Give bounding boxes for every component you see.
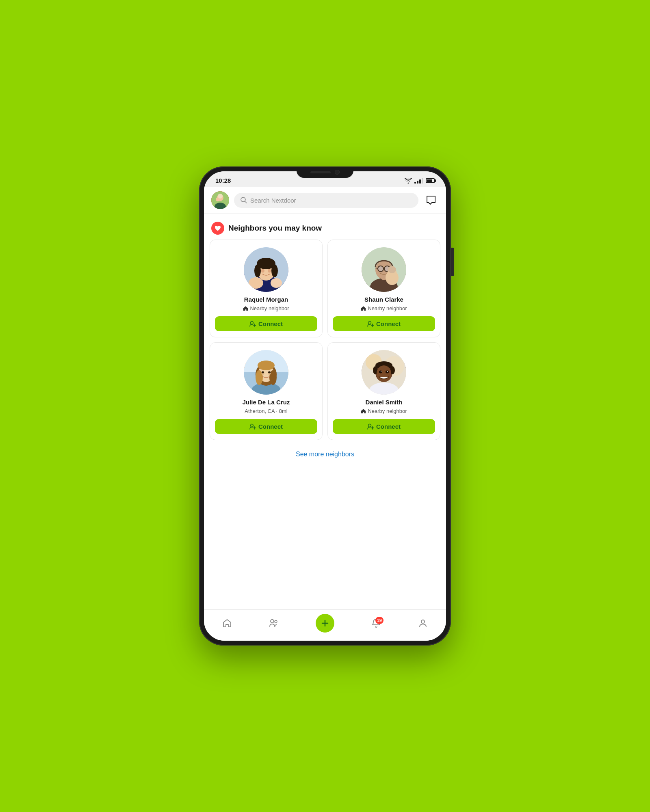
neighbor-name-julie: Julie De La Cruz	[243, 399, 290, 406]
svg-point-49	[268, 371, 271, 374]
search-placeholder: Search Nextdoor	[250, 197, 296, 204]
svg-point-64	[386, 371, 389, 374]
connect-btn-raquel-label: Connect	[258, 320, 283, 327]
app-content: Search Nextdoor Neighbors you may know	[204, 187, 446, 609]
neighbor-location-shaun: Nearby neighbor	[361, 305, 407, 311]
nav-plus-btn[interactable]	[316, 614, 334, 633]
signal-icon	[414, 178, 423, 184]
status-icons	[405, 178, 435, 184]
svg-point-18	[251, 321, 254, 324]
connect-icon	[249, 321, 256, 327]
svg-point-63	[379, 371, 382, 374]
connect-icon-julie	[249, 423, 256, 430]
top-bar: Search Nextdoor	[204, 187, 446, 214]
svg-point-33	[368, 321, 371, 324]
phone-frame: 10:28	[199, 166, 451, 646]
neighbor-name-daniel: Daniel Smith	[366, 399, 403, 406]
connect-icon-daniel	[367, 423, 374, 430]
connect-btn-shaun[interactable]: Connect	[333, 316, 435, 331]
neighbor-location-daniel: Nearby neighbor	[361, 408, 407, 414]
nav-item-post[interactable]	[316, 614, 334, 633]
svg-point-14	[261, 269, 264, 273]
svg-point-32	[388, 266, 396, 273]
connect-btn-daniel[interactable]: Connect	[333, 419, 435, 434]
neighbor-card-raquel: Raquel Morgan Nearby neighbor	[210, 240, 323, 337]
svg-point-45	[258, 361, 275, 370]
see-more-section: See more neighbors	[204, 447, 446, 466]
connect-btn-julie-label: Connect	[258, 423, 283, 430]
nav-item-home[interactable]	[222, 618, 232, 628]
neighbor-name-shaun: Shaun Clarke	[364, 296, 403, 303]
phone-screen: 10:28	[204, 171, 446, 641]
home-icon-shaun	[361, 306, 366, 311]
svg-point-67	[368, 424, 371, 427]
section-header: Neighbors you may know	[204, 214, 446, 240]
nav-item-neighbors[interactable]	[269, 618, 279, 628]
svg-point-70	[271, 620, 274, 623]
home-icon-daniel	[361, 408, 366, 414]
status-time: 10:28	[215, 177, 231, 184]
neighbors-grid: Raquel Morgan Nearby neighbor	[204, 240, 446, 447]
avatar-shaun	[362, 247, 406, 292]
svg-point-50	[251, 424, 254, 427]
nav-item-notifications[interactable]: 19	[371, 618, 381, 628]
svg-point-25	[378, 266, 384, 272]
see-more-link[interactable]: See more neighbors	[296, 451, 354, 458]
neighbor-card-julie: Julie De La Cruz Atherton, CA · 8mi Conn…	[210, 342, 323, 440]
svg-point-12	[254, 264, 261, 277]
svg-point-17	[271, 278, 282, 288]
connect-icon-shaun	[367, 321, 374, 327]
nav-home-icon	[222, 618, 232, 628]
bottom-nav: 19	[204, 609, 446, 641]
camera-dot	[335, 170, 340, 175]
svg-point-71	[275, 620, 277, 623]
connect-btn-daniel-label: Connect	[376, 423, 401, 430]
section-title: Neighbors you may know	[228, 224, 322, 233]
connect-btn-julie[interactable]: Connect	[215, 419, 317, 434]
avatar-daniel	[362, 350, 406, 395]
avatar-julie	[244, 350, 288, 395]
svg-point-15	[268, 269, 271, 273]
search-bar[interactable]: Search Nextdoor	[234, 193, 418, 208]
svg-point-65	[381, 371, 381, 372]
nav-people-icon	[269, 618, 279, 628]
chat-icon[interactable]	[423, 192, 439, 208]
connect-btn-shaun-label: Connect	[376, 320, 401, 327]
nav-plus-icon	[321, 619, 329, 628]
avatar-raquel	[244, 247, 288, 292]
wifi-icon	[405, 178, 412, 184]
neighbor-name-raquel: Raquel Morgan	[244, 296, 288, 303]
svg-line-28	[375, 268, 378, 268]
svg-point-74	[421, 620, 425, 623]
svg-point-66	[387, 371, 388, 372]
svg-line-6	[245, 201, 247, 203]
connect-btn-raquel[interactable]: Connect	[215, 316, 317, 331]
nav-profile-icon	[418, 618, 428, 628]
svg-point-13	[271, 264, 278, 277]
neighbor-card-shaun: Shaun Clarke Nearby neighbor	[327, 240, 440, 337]
notification-badge: 19	[375, 617, 384, 624]
camera-notch	[297, 166, 353, 178]
heart-icon	[211, 222, 224, 235]
home-icon-raquel	[243, 306, 248, 311]
neighbor-location-raquel: Nearby neighbor	[243, 305, 289, 311]
svg-point-16	[249, 277, 263, 289]
neighbor-card-daniel: Daniel Smith Nearby neighbor	[327, 342, 440, 440]
speaker	[310, 171, 331, 173]
nav-item-profile[interactable]	[418, 618, 428, 628]
user-avatar-img	[211, 191, 229, 209]
neighbor-location-julie: Atherton, CA · 8mi	[245, 408, 288, 414]
user-avatar[interactable]	[211, 191, 229, 209]
battery-icon	[426, 178, 435, 183]
search-icon	[240, 197, 247, 203]
svg-point-4	[218, 194, 223, 199]
svg-point-48	[262, 371, 264, 374]
